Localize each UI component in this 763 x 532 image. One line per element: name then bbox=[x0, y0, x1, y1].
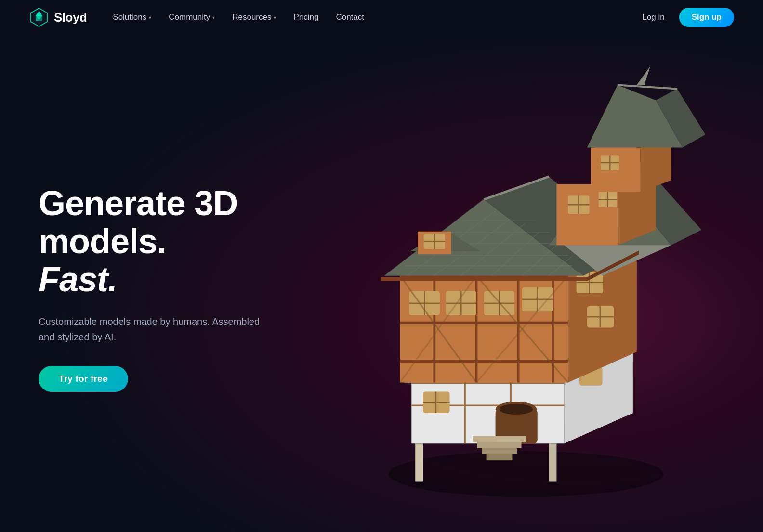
svg-rect-26 bbox=[400, 322, 568, 324]
logo-icon bbox=[29, 7, 49, 27]
nav-item-resources[interactable]: Resources ▾ bbox=[225, 9, 283, 26]
chevron-down-icon: ▾ bbox=[149, 15, 151, 20]
svg-rect-19 bbox=[482, 448, 517, 454]
login-button[interactable]: Log in bbox=[635, 9, 671, 26]
chevron-down-icon: ▾ bbox=[274, 15, 276, 20]
try-for-free-button[interactable]: Try for free bbox=[39, 366, 128, 392]
svg-marker-95 bbox=[381, 277, 587, 281]
svg-point-12 bbox=[500, 404, 533, 415]
nav-item-community[interactable]: Community ▾ bbox=[162, 9, 222, 26]
hero-section: Generate 3D models. Fast. Customizable m… bbox=[0, 35, 763, 532]
logo-text: Sloyd bbox=[54, 10, 87, 25]
nav-links: Solutions ▾ Community ▾ Resources ▾ Pric… bbox=[106, 9, 371, 26]
navbar: Sloyd Solutions ▾ Community ▾ Resources … bbox=[0, 0, 763, 35]
svg-rect-17 bbox=[473, 436, 526, 442]
svg-point-2 bbox=[389, 451, 663, 497]
svg-rect-20 bbox=[487, 454, 513, 460]
svg-rect-18 bbox=[477, 442, 522, 448]
nav-item-pricing[interactable]: Pricing bbox=[287, 9, 325, 26]
signup-button[interactable]: Sign up bbox=[679, 8, 734, 27]
chevron-down-icon: ▾ bbox=[212, 15, 215, 20]
nav-item-solutions[interactable]: Solutions ▾ bbox=[106, 9, 158, 26]
nav-left: Sloyd Solutions ▾ Community ▾ Resources … bbox=[29, 7, 371, 27]
nav-item-contact[interactable]: Contact bbox=[329, 9, 371, 26]
svg-marker-85 bbox=[637, 66, 651, 85]
logo-link[interactable]: Sloyd bbox=[29, 7, 87, 27]
hero-content: Generate 3D models. Fast. Customizable m… bbox=[39, 175, 328, 392]
building-illustration bbox=[328, 35, 724, 532]
hero-subtitle: Customizable models made by humans. Asse… bbox=[39, 314, 260, 345]
svg-rect-27 bbox=[400, 360, 568, 363]
hero-title: Generate 3D models. Fast. bbox=[39, 184, 328, 299]
nav-right: Log in Sign up bbox=[635, 8, 734, 27]
hero-image bbox=[328, 35, 724, 532]
svg-rect-21 bbox=[415, 443, 423, 481]
svg-line-84 bbox=[618, 85, 677, 89]
svg-rect-22 bbox=[549, 443, 557, 481]
